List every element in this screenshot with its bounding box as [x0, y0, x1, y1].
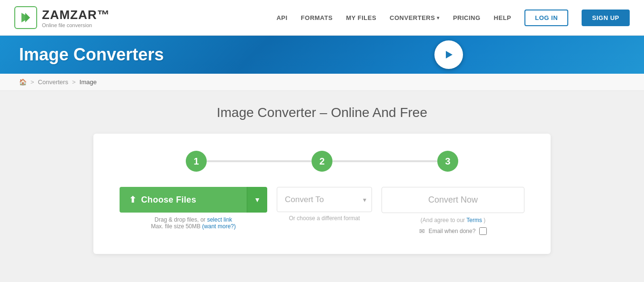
nav-formats[interactable]: FORMATS	[301, 14, 333, 21]
logo[interactable]: ZAMZAR™ Online file conversion	[14, 6, 110, 29]
converter-form: ⬆ Choose Files ▼ Drag & drop files, or s…	[112, 187, 532, 235]
select-link[interactable]: select link	[207, 216, 232, 223]
nav-my-files[interactable]: MY FILES	[346, 14, 376, 21]
main-nav: API FORMATS MY FILES CONVERTERS ▾ PRICIN…	[276, 10, 630, 26]
step2-area: Convert To JPG PNG GIF BMP TIFF WEBP SVG…	[277, 187, 372, 222]
step-1-circle: 1	[186, 151, 207, 172]
step3-area: Convert Now (And agree to our Terms ) ✉ …	[382, 187, 524, 235]
breadcrumb-current: Image	[80, 78, 97, 86]
logo-tagline: Online file conversion	[42, 22, 110, 28]
terms-text: (And agree to our Terms )	[421, 217, 486, 224]
choose-files-row: ⬆ Choose Files ▼	[120, 187, 267, 213]
email-label: Email when done?	[429, 228, 476, 234]
hero-banner: Image Converters	[0, 36, 644, 74]
header: ZAMZAR™ Online file conversion API FORMA…	[0, 0, 644, 36]
converters-chevron-icon: ▾	[437, 15, 440, 20]
breadcrumb-sep-1: >	[30, 78, 34, 86]
breadcrumb-bar: 🏠 > Converters > Image	[0, 74, 644, 91]
dropdown-arrow-icon: ▼	[254, 196, 261, 204]
step1-area: ⬆ Choose Files ▼ Drag & drop files, or s…	[120, 187, 267, 230]
logo-icon	[14, 6, 37, 29]
step-line-1	[207, 160, 312, 162]
logo-text: ZAMZAR™ Online file conversion	[42, 8, 110, 28]
nav-help[interactable]: HELP	[494, 14, 512, 21]
terms-link[interactable]: Terms	[466, 217, 482, 224]
convert-to-wrapper: Convert To JPG PNG GIF BMP TIFF WEBP SVG…	[277, 187, 372, 212]
convert-to-select[interactable]: Convert To JPG PNG GIF BMP TIFF WEBP SVG…	[277, 187, 372, 212]
hero-play-button[interactable]	[434, 40, 463, 69]
breadcrumb-converters[interactable]: Converters	[38, 78, 69, 86]
breadcrumb-home[interactable]: 🏠	[19, 78, 27, 86]
breadcrumb-sep-2: >	[72, 78, 76, 86]
main-content: Image Converter – Online And Free 1 2 3 …	[0, 91, 644, 281]
want-more-link[interactable]: (want more?)	[202, 223, 236, 230]
nav-converters[interactable]: CONVERTERS ▾	[390, 14, 440, 21]
step-line-2	[332, 160, 437, 162]
nav-pricing[interactable]: PRICING	[453, 14, 481, 21]
step-indicators: 1 2 3	[112, 151, 532, 172]
hero-title: Image Converters	[19, 45, 164, 65]
upload-icon: ⬆	[129, 194, 136, 205]
convert-now-button[interactable]: Convert Now	[382, 187, 524, 213]
page-title: Image Converter – Online And Free	[19, 105, 625, 120]
svg-marker-1	[25, 13, 30, 22]
login-button[interactable]: LOG IN	[524, 10, 568, 26]
choose-files-button[interactable]: ⬆ Choose Files	[120, 187, 247, 213]
step-2-circle: 2	[312, 151, 332, 172]
converter-card: 1 2 3 ⬆ Choose Files ▼ Dra	[93, 134, 551, 254]
email-row: ✉ Email when done?	[419, 227, 487, 235]
drag-drop-text: Drag & drop files, or select link Max. f…	[151, 216, 236, 230]
svg-marker-2	[446, 51, 453, 58]
signup-button[interactable]: SIGN UP	[582, 10, 630, 26]
step-3-circle: 3	[437, 151, 458, 172]
breadcrumb: 🏠 > Converters > Image	[19, 78, 625, 86]
choose-files-dropdown-button[interactable]: ▼	[247, 187, 267, 213]
different-format-text: Or choose a different format	[289, 215, 360, 222]
email-icon: ✉	[419, 227, 425, 235]
nav-api[interactable]: API	[276, 14, 287, 21]
logo-brand: ZAMZAR™	[42, 8, 110, 22]
email-checkbox[interactable]	[479, 227, 487, 235]
